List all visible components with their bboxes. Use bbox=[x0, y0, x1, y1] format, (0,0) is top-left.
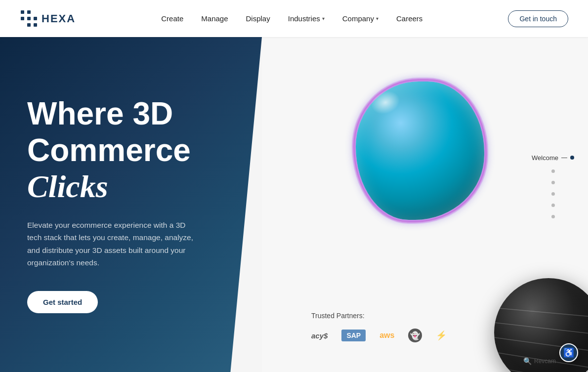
scroll-dot-6[interactable] bbox=[551, 215, 555, 218]
nav-create[interactable]: Create bbox=[161, 14, 183, 23]
scroll-active-label: Welcome bbox=[532, 154, 558, 162]
accessibility-button[interactable]: ♿ bbox=[559, 343, 578, 362]
partner-snapchat: 👻 bbox=[408, 329, 422, 342]
headline-line3: Clicks bbox=[27, 168, 227, 205]
scroll-dot-2[interactable] bbox=[551, 169, 555, 173]
svg-line-1 bbox=[494, 323, 588, 335]
scroll-dot-active[interactable] bbox=[570, 156, 574, 160]
nav-links: Create Manage Display Industries ▾ Compa… bbox=[161, 14, 422, 23]
scroll-dot-3[interactable] bbox=[551, 181, 555, 184]
scroll-nav-welcome[interactable]: Welcome — bbox=[532, 154, 574, 162]
nav-manage[interactable]: Manage bbox=[201, 14, 228, 23]
scroll-navigation: Welcome — bbox=[532, 154, 574, 218]
hero-headline: Where 3D Commerce Clicks bbox=[27, 96, 227, 205]
svg-line-0 bbox=[494, 308, 588, 318]
revcam-text: Revcam bbox=[534, 358, 556, 365]
partner-unreal: ⚡ bbox=[436, 330, 447, 341]
navbar: HEXA Create Manage Display Industries ▾ … bbox=[0, 0, 588, 37]
headline-line1: Where 3D bbox=[27, 96, 227, 132]
nav-company[interactable]: Company ▾ bbox=[342, 14, 378, 23]
logo-text: HEXA bbox=[42, 12, 76, 25]
3d-blob-visual bbox=[356, 82, 494, 220]
headline-line2: Commerce bbox=[27, 132, 227, 169]
logo[interactable]: HEXA bbox=[20, 10, 76, 28]
revcam-watermark: 🔍 Revcam bbox=[523, 357, 556, 365]
scroll-dot-5[interactable] bbox=[551, 204, 555, 207]
nav-industries[interactable]: Industries ▾ bbox=[288, 14, 325, 23]
get-in-touch-button[interactable]: Get in touch bbox=[508, 10, 568, 27]
blob-sphere bbox=[356, 82, 484, 220]
revcam-icon: 🔍 bbox=[523, 357, 532, 365]
accessibility-icon: ♿ bbox=[563, 347, 574, 358]
scroll-dash-icon: — bbox=[561, 154, 567, 161]
partner-acy: acy$ bbox=[311, 331, 328, 340]
hero-left-panel: Where 3D Commerce Clicks Elevate your ec… bbox=[0, 37, 262, 372]
chevron-down-icon: ▾ bbox=[376, 16, 378, 21]
nav-careers[interactable]: Careers bbox=[396, 14, 422, 23]
partner-aws: aws bbox=[379, 331, 394, 340]
logo-icon bbox=[20, 10, 38, 28]
get-started-button[interactable]: Get started bbox=[27, 291, 98, 313]
partner-sap: SAP bbox=[341, 330, 366, 341]
chevron-down-icon: ▾ bbox=[322, 16, 325, 21]
svg-line-4 bbox=[494, 367, 588, 372]
scroll-dot-4[interactable] bbox=[551, 192, 555, 196]
hero-subtext: Elevate your ecommerce experience with a… bbox=[27, 219, 195, 269]
nav-display[interactable]: Display bbox=[246, 14, 270, 23]
